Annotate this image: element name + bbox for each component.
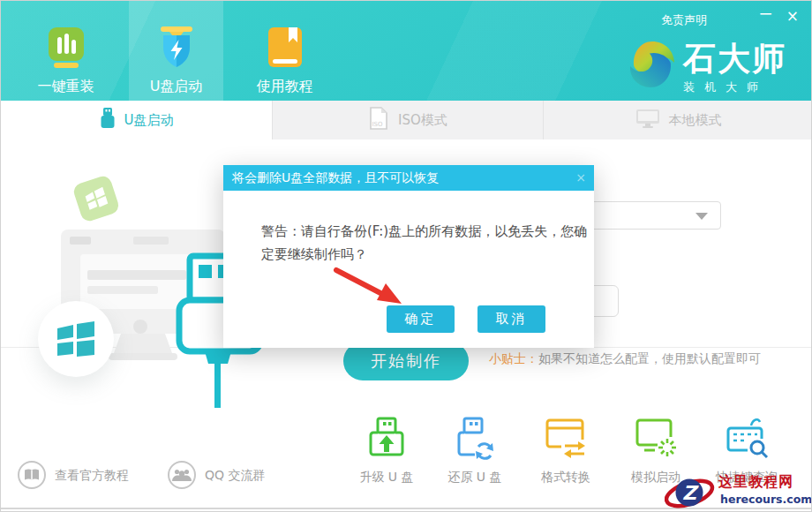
monitor-icon [635,108,660,132]
svg-text:ISO: ISO [372,121,384,128]
footer-label: 查看官方教程 [55,468,129,484]
watermark-logo-icon: Z [665,471,716,512]
brand-subtitle: 装机大师 [683,79,786,95]
windows-logo-badge [38,301,114,377]
tab-label: 本地模式 [669,112,722,129]
minimize-button[interactable]: − [758,3,773,24]
disclaimer-link[interactable]: 免责声明 [661,12,707,28]
book-circle-icon [17,460,47,493]
tab-usb-boot[interactable]: U盘启动 [1,101,272,139]
toolbar-label: 格式转换 [541,470,590,486]
toolbar-item-upgrade-usb[interactable]: 升级 U 盘 [342,416,431,486]
close-button[interactable]: × [786,7,799,25]
red-arrow-annotation [329,263,417,321]
usb-drive-icon [100,107,116,133]
tab-iso-mode[interactable]: ISO ISO模式 [272,101,543,139]
usb-restore-icon [454,416,496,463]
nav-item-one-key-reinstall[interactable]: 一键重装 [19,1,113,101]
usb-upgrade-icon [365,416,408,463]
nav-item-tutorial[interactable]: 使用教程 [237,1,332,101]
toolbar-label: 升级 U 盘 [359,470,413,486]
chart-bars-icon [46,26,86,73]
nav-item-label: U盘启动 [150,78,203,96]
tab-label: ISO模式 [398,112,447,129]
tip-body: 如果不知道怎么配置，使用默认配置即可 [538,351,761,365]
tip-label: 小贴士： [489,351,538,365]
official-tutorial-link[interactable]: 查看官方教程 [17,461,129,491]
brand-name: 石大师 [683,40,786,79]
chevron-down-icon [695,213,708,220]
hotkey-query-icon [725,416,769,463]
toolbar-label: 还原 U 盘 [447,470,501,486]
dialog-title: 将会删除U盘全部数据，且不可以恢复 [232,170,439,184]
book-icon [265,26,305,73]
brand: 石大师 装机大师 [628,40,786,95]
toolbar-item-format-convert[interactable]: 格式转换 [522,416,610,486]
toolbar-item-restore-usb[interactable]: 还原 U 盘 [431,416,519,486]
windows-tile-icon [71,174,120,222]
qq-group-link[interactable]: QQ 交流群 [167,461,266,491]
shield-lightning-icon [156,26,197,73]
people-circle-icon [167,460,197,493]
app-window: 一键重装 U盘启动 使用教程 [0,0,812,512]
iso-file-icon: ISO [368,106,389,134]
watermark-site-name: 这里教程网 [718,473,793,492]
simulate-boot-icon [634,416,678,463]
dialog-message: 警告：请自行备份(F:)盘上的所有数据，以免丢失，您确定要继续制作吗？ [261,220,590,266]
dialog-titlebar: 将会删除U盘全部数据，且不可以恢复 × [223,165,594,191]
header: 一键重装 U盘启动 使用教程 [1,1,812,101]
watermark-site-url: herecours.com [720,493,812,506]
brand-logo-icon [628,40,676,95]
tab-local-mode[interactable]: 本地模式 [543,101,812,139]
tab-label: U盘启动 [124,112,174,129]
nav-item-label: 一键重装 [38,78,94,96]
dialog-close-icon[interactable]: × [575,165,586,191]
nav-item-label: 使用教程 [257,78,313,96]
nav-item-usb-boot[interactable]: U盘启动 [129,1,223,101]
tip-text: 小贴士：如果不知道怎么配置，使用默认配置即可 [489,351,761,367]
cancel-button[interactable]: 取消 [477,305,545,333]
mode-tabs: U盘启动 ISO ISO模式 本地模式 [1,101,812,139]
watermark: Z 这里教程网 herecours.com [665,469,812,512]
format-convert-icon [544,416,588,463]
footer-label: QQ 交流群 [205,468,266,484]
